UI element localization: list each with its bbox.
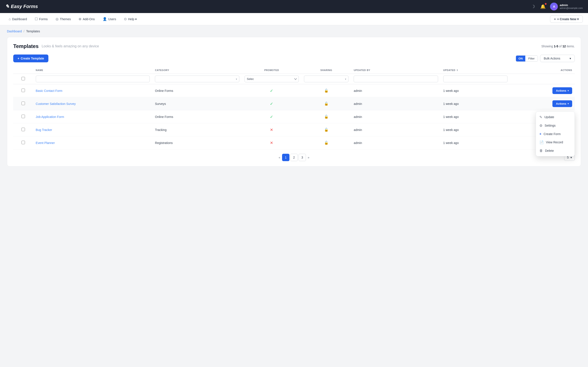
breadcrumb-parent[interactable]: Dashboard <box>7 30 22 33</box>
nav-users[interactable]: 👤 Users <box>99 15 120 23</box>
user-menu[interactable]: A admin admin@example.com <box>550 3 583 10</box>
filter-category-input[interactable] <box>155 75 239 82</box>
row-check-5 <box>13 136 33 150</box>
pagination-page-3[interactable]: 3 <box>298 154 306 161</box>
row-checkbox-5[interactable] <box>22 141 25 144</box>
row-actions-2: Actions ▾ ✎ Update ⚙ Settings <box>510 97 575 110</box>
actions-button-1[interactable]: Actions ▾ <box>552 87 572 94</box>
notification-button[interactable]: 🔔 <box>540 3 547 10</box>
nav-help[interactable]: ⊙ Help ▾ <box>121 15 140 23</box>
col-header-promoted: PROMOTED <box>242 67 302 74</box>
table-row: Event Planner Registrations ✕ 🔓 admin 1 … <box>13 136 575 150</box>
filter-promoted-cell: Selec Yes No <box>242 74 302 84</box>
filter-name-input[interactable] <box>36 75 150 82</box>
table-header-row: NAME CATEGORY PROMOTED SHARING UPDATED B… <box>13 67 575 74</box>
col-header-check <box>13 67 33 74</box>
row-name-link-1[interactable]: Basic Contact Form <box>36 89 63 92</box>
settings-icon: ⚙ <box>540 124 542 128</box>
filter-updatedby-input[interactable] <box>354 75 438 82</box>
dropdown-settings[interactable]: ⚙ Settings <box>536 121 575 130</box>
row-sharing-5: 🔓 <box>301 136 351 150</box>
actions-dropdown-2: ✎ Update ⚙ Settings + Create Form <box>536 111 575 156</box>
sharing-lock-icon: 🔓 <box>324 89 329 92</box>
col-header-category: CATEGORY <box>152 67 242 74</box>
row-name-link-4[interactable]: Bug Tracker <box>36 128 52 132</box>
toolbar: + Create Template ON Filter Bulk Actions… <box>13 55 575 62</box>
row-updatedby-5: admin <box>351 136 441 150</box>
table-row: Customer Satisfaction Survey Surveys ✓ 🔓… <box>13 97 575 110</box>
delete-icon: 🗑 <box>540 149 543 153</box>
row-promoted-2: ✓ <box>242 97 302 110</box>
pagination-page-2[interactable]: 2 <box>290 154 298 161</box>
card-header: Templates Looks & feels amazing on any d… <box>13 43 575 49</box>
nav-forms[interactable]: ☐ Forms <box>31 15 51 23</box>
pagination-next[interactable]: » <box>307 156 310 159</box>
table-row: Bug Tracker Tracking ✕ 🔓 admin 1 week ag… <box>13 123 575 136</box>
select-all-checkbox[interactable] <box>22 77 25 80</box>
filter-row: ▾ Selec Yes No <box>13 74 575 84</box>
toolbar-right: ON Filter Bulk Actions ▾ <box>516 55 575 62</box>
avatar: A <box>550 3 558 10</box>
filter-toggle[interactable]: ON Filter <box>516 55 538 62</box>
actions-button-2[interactable]: Actions ▾ <box>552 100 572 107</box>
filter-sharing-input[interactable] <box>304 75 348 82</box>
sort-icon: ⬆ <box>456 69 458 71</box>
row-checkbox-4[interactable] <box>22 128 25 131</box>
nav-forms-label: Forms <box>39 17 48 21</box>
row-name-link-3[interactable]: Job Application Form <box>36 115 64 118</box>
topbar: ✎ Easy Forms ☽ 🔔 A admin admin@example.c… <box>0 0 588 13</box>
sharing-lock-icon-2: 🔓 <box>324 102 329 106</box>
promoted-check-icon: ✓ <box>270 89 273 93</box>
updated-sort[interactable]: UPDATED ⬆ <box>443 69 458 71</box>
row-checkbox-2[interactable] <box>22 102 25 105</box>
row-updatedby-3: admin <box>351 110 441 123</box>
create-template-icon: + <box>17 57 19 60</box>
row-name-3: Job Application Form <box>33 110 153 123</box>
dropdown-delete[interactable]: 🗑 Delete <box>536 147 575 155</box>
row-sharing-2: 🔓 <box>301 97 351 110</box>
nav-users-label: Users <box>108 17 116 21</box>
sharing-lock-icon-5: 🔓 <box>324 141 329 145</box>
row-check-2 <box>13 97 33 110</box>
bulk-actions-label: Bulk Actions <box>544 57 560 60</box>
create-new-button[interactable]: + + Create New ▾ <box>550 16 583 23</box>
breadcrumb-current: Templates <box>26 30 40 33</box>
row-checkbox-1[interactable] <box>22 89 25 92</box>
filter-updated-input[interactable] <box>443 75 508 82</box>
pagination-prev[interactable]: « <box>278 156 281 159</box>
filter-sharing-cell: ▾ <box>301 74 351 84</box>
dropdown-create-form[interactable]: + Create Form <box>536 130 575 138</box>
row-name-link-2[interactable]: Customer Satisfaction Survey <box>36 102 76 106</box>
page-subtitle: Looks & feels amazing on any device <box>42 44 99 48</box>
row-category-5: Registrations <box>152 136 242 150</box>
row-updated-3: 1 week ago <box>441 110 510 123</box>
row-name-link-5[interactable]: Event Planner <box>36 141 55 145</box>
nav-addons[interactable]: ⊕ Add-Ons <box>75 15 98 23</box>
nav-addons-label: Add-Ons <box>83 17 95 21</box>
view-record-icon: 📄 <box>540 140 544 144</box>
delete-label: Delete <box>545 149 554 152</box>
nav-themes[interactable]: ◎ Themes <box>52 15 74 23</box>
row-checkbox-3[interactable] <box>22 115 25 118</box>
dark-mode-button[interactable]: ☽ <box>530 3 536 10</box>
pagination-page-1[interactable]: 1 <box>282 154 290 161</box>
page-title: Templates <box>13 43 39 49</box>
col-header-updated: UPDATED ⬆ <box>441 67 510 74</box>
nav-links: ⌂ Dashboard ☐ Forms ◎ Themes ⊕ Add-Ons 👤… <box>5 15 140 23</box>
filter-actions-cell <box>510 74 575 84</box>
row-updatedby-4: admin <box>351 123 441 136</box>
dropdown-view-record[interactable]: 📄 View Record <box>536 138 575 147</box>
app-logo[interactable]: ✎ Easy Forms <box>5 4 38 9</box>
bulk-actions-button[interactable]: Bulk Actions ▾ <box>540 55 575 62</box>
nav-dashboard[interactable]: ⌂ Dashboard <box>5 16 30 23</box>
dropdown-update[interactable]: ✎ Update <box>536 113 575 121</box>
create-template-button[interactable]: + Create Template <box>13 55 48 62</box>
filter-promoted-select[interactable]: Selec Yes No <box>244 75 299 82</box>
row-name-2: Customer Satisfaction Survey <box>33 97 153 110</box>
promoted-check-icon-2: ✓ <box>270 102 273 106</box>
app-name: Easy Forms <box>11 4 38 9</box>
showing-range: 1-5 <box>554 44 558 48</box>
secondary-nav: ⌂ Dashboard ☐ Forms ◎ Themes ⊕ Add-Ons 👤… <box>0 13 588 25</box>
view-record-label: View Record <box>546 141 563 144</box>
breadcrumb: Dashboard / Templates <box>0 25 588 35</box>
